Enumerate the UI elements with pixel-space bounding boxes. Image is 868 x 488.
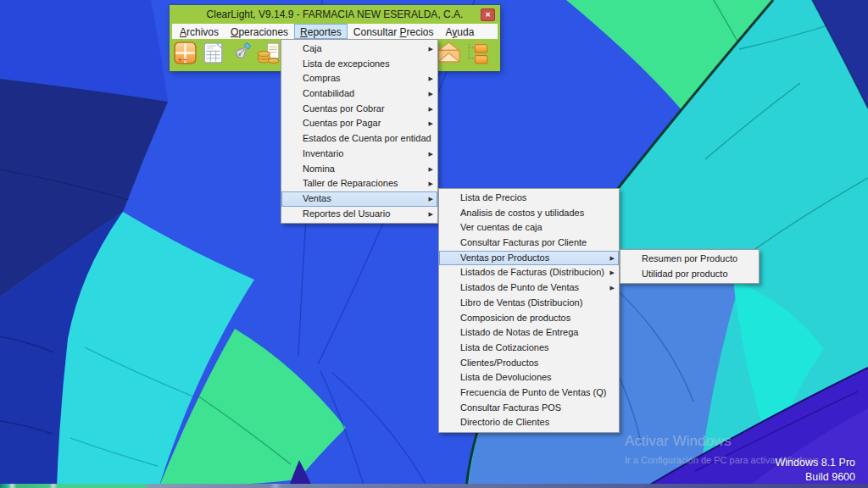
ventas-submenu-item-directorio-de-clientes[interactable]: Directorio de Clientes bbox=[439, 415, 619, 430]
menu-item-label: Reportes del Usuario bbox=[303, 208, 390, 219]
ventas-submenu-item-libro-de-ventas-distribucion[interactable]: Libro de Ventas (Distribucion) bbox=[439, 296, 619, 311]
reportes-menu-item-estados-de-cuenta-por-entidad[interactable]: Estados de Cuenta por entidad bbox=[281, 131, 437, 147]
window-title: ClearLight, V9.14.9 - FARMACIA NEW ESERA… bbox=[170, 5, 500, 20]
submenu-arrow-icon: ▶ bbox=[429, 116, 433, 131]
reportes-menu-item-lista-de-excepciones[interactable]: Lista de excepciones bbox=[281, 57, 437, 72]
submenu-arrow-icon: ▶ bbox=[429, 191, 433, 207]
menubar-item-label: Consultar bbox=[353, 26, 400, 38]
reportes-menu-item-caja[interactable]: Caja▶ bbox=[281, 42, 437, 57]
submenu-arrow-icon: ▶ bbox=[429, 102, 433, 117]
reportes-menu-item-inventario[interactable]: Inventario▶ bbox=[281, 147, 437, 162]
menubar-item-consultar-precios[interactable]: Consultar Precios bbox=[348, 24, 440, 39]
menu-item-label: Taller de Reparaciones bbox=[303, 178, 398, 188]
ventas-submenu-item-analisis-de-costos-y-utilidades[interactable]: Analisis de costos y utilidades bbox=[439, 206, 619, 221]
reportes-menu-item-compras[interactable]: Compras▶ bbox=[281, 71, 437, 86]
ventas-submenu-item-lista-de-cotizaciones[interactable]: Lista de Cotizaciones bbox=[439, 341, 619, 356]
titlebar[interactable]: ClearLight, V9.14.9 - FARMACIA NEW ESERA… bbox=[170, 5, 500, 24]
ventas-submenu-item-clientes-productos[interactable]: Clientes/Productos bbox=[439, 356, 619, 371]
reportes-menu-item-ventas[interactable]: Ventas▶ bbox=[281, 191, 437, 207]
menubar-item-label: recios bbox=[407, 26, 434, 38]
menubar-item-operaciones[interactable]: Operaciones bbox=[225, 24, 294, 39]
menu-item-label: Directorio de Clientes bbox=[460, 417, 549, 427]
reportes-menu-item-contabilidad[interactable]: Contabilidad▶ bbox=[281, 86, 437, 102]
submenu-arrow-icon: ▶ bbox=[610, 280, 615, 296]
menu-item-label: Libro de Ventas (Distribucion) bbox=[460, 297, 582, 308]
menubar-item-label: A bbox=[180, 26, 186, 38]
menu-item-label: Estados de Cuenta por entidad bbox=[303, 133, 431, 143]
reportes-menu-item-cuentas-por-cobrar[interactable]: Cuentas por Cobrar▶ bbox=[281, 102, 437, 117]
modules-grid-icon[interactable]: ++ bbox=[173, 41, 198, 66]
submenu-arrow-icon: ▶ bbox=[429, 42, 433, 57]
menu-item-label: Lista de Cotizaciones bbox=[460, 342, 549, 352]
ventas-submenu-item-lista-de-devoluciones[interactable]: Lista de Devoluciones bbox=[439, 370, 619, 385]
submenu-arrow-icon: ▶ bbox=[429, 207, 433, 222]
menu-item-label: Listados de Facturas (Distribucion) bbox=[460, 267, 604, 277]
mail-icon[interactable] bbox=[437, 41, 462, 66]
reportes-menu: Caja▶Lista de excepcionesCompras▶Contabi… bbox=[281, 39, 438, 224]
menu-item-label: Utilidad por producto bbox=[642, 269, 728, 279]
menu-item-label: Contabilidad bbox=[303, 88, 354, 98]
ventas-submenu-item-listado-de-notas-de-entrega[interactable]: Listado de Notas de Entrega bbox=[439, 325, 619, 341]
menubar-item-ayuda[interactable]: Ayuda bbox=[440, 24, 481, 39]
menu-item-label: Nomina bbox=[303, 164, 335, 174]
spreadsheet-icon[interactable] bbox=[201, 41, 226, 66]
ventas-submenu-item-frecuencia-de-punto-de-ventas-q[interactable]: Frecuencia de Punto de Ventas (Q) bbox=[439, 385, 619, 401]
submenu-arrow-icon: ▶ bbox=[610, 251, 615, 266]
menu-item-label: Lista de excepciones bbox=[303, 58, 390, 69]
activation-title: Activar Windows bbox=[625, 433, 821, 450]
ventas-submenu-item-consultar-facturas-por-cliente[interactable]: Consultar Facturas por Cliente bbox=[439, 236, 619, 251]
coins-report-icon[interactable] bbox=[257, 41, 282, 66]
menu-item-label: Lista de Devoluciones bbox=[460, 372, 552, 382]
menu-item-label: Frecuencia de Punto de Ventas (Q) bbox=[460, 387, 606, 397]
submenu-arrow-icon: ▶ bbox=[429, 162, 433, 177]
menu-item-label: Ventas bbox=[303, 193, 331, 203]
menu-item-label: Caja bbox=[303, 43, 322, 53]
reportes-menu-item-reportes-del-usuario[interactable]: Reportes del Usuario▶ bbox=[281, 207, 437, 222]
menu-item-label: Clientes/Productos bbox=[460, 358, 538, 368]
ventas-submenu-item-consultar-facturas-pos[interactable]: Consultar Facturas POS bbox=[439, 401, 619, 416]
ventas-submenu-item-ventas-por-productos[interactable]: Ventas por Productos▶ bbox=[439, 251, 619, 266]
taskbar-edge-strip bbox=[0, 484, 868, 488]
menubar-item-label: peraciones bbox=[238, 26, 288, 38]
menubar-item-label: O bbox=[231, 26, 238, 38]
menubar-item-archivos[interactable]: Archivos bbox=[174, 24, 225, 39]
ventas-submenu-item-ver-cuentas-de-caja[interactable]: Ver cuentas de caja bbox=[439, 220, 619, 236]
menu-item-label: Compras bbox=[303, 73, 341, 83]
menubar-item-label: eportes bbox=[308, 26, 342, 38]
reportes-menu-item-taller-de-reparaciones[interactable]: Taller de Reparaciones▶ bbox=[281, 176, 437, 191]
pen-icon[interactable] bbox=[229, 41, 254, 66]
reportes-menu-item-nomina[interactable]: Nomina▶ bbox=[281, 162, 437, 177]
ventas-por-productos-submenu-item-utilidad-por-producto[interactable]: Utilidad por producto bbox=[620, 267, 759, 282]
menubar-item-reportes[interactable]: Reportes bbox=[294, 24, 348, 39]
windows-version-label: Windows 8.1 Pro Build 9600 bbox=[776, 456, 855, 484]
close-button[interactable]: ✕ bbox=[481, 8, 495, 21]
submenu-arrow-icon: ▶ bbox=[429, 176, 433, 191]
menu-item-label: Composicion de productos bbox=[460, 313, 570, 323]
ventas-submenu-item-composicion-de-productos[interactable]: Composicion de productos bbox=[439, 311, 619, 326]
ventas-por-productos-submenu-item-resumen-por-producto[interactable]: Resumen por Producto bbox=[620, 252, 759, 267]
desktop: Activar Windows Ir a Configuración de PC… bbox=[0, 0, 868, 488]
submenu-arrow-icon: ▶ bbox=[429, 71, 433, 86]
menu-item-label: Inventario bbox=[303, 148, 343, 158]
menu-item-label: Cuentas por Pagar bbox=[303, 118, 381, 128]
ventas-submenu-item-lista-de-precios[interactable]: Lista de Precios bbox=[439, 191, 619, 206]
menubar-item-label: uda bbox=[457, 26, 474, 38]
reportes-menu-item-cuentas-por-pagar[interactable]: Cuentas por Pagar▶ bbox=[281, 116, 437, 131]
ventas-submenu: Lista de PreciosAnalisis de costos y uti… bbox=[438, 188, 620, 433]
menubar: ArchivosOperacionesReportesConsultar Pre… bbox=[172, 24, 498, 39]
menu-item-label: Consultar Facturas POS bbox=[460, 402, 561, 413]
menu-item-label: Consultar Facturas por Cliente bbox=[460, 237, 587, 247]
menu-item-label: Analisis de costos y utilidades bbox=[460, 208, 584, 218]
submenu-arrow-icon: ▶ bbox=[610, 265, 615, 280]
menubar-item-label: R bbox=[300, 26, 308, 38]
submenu-arrow-icon: ▶ bbox=[429, 147, 433, 162]
windows-build: Build 9600 bbox=[776, 470, 855, 485]
folder-tree-icon[interactable] bbox=[465, 41, 491, 66]
menu-item-label: Ver cuentas de caja bbox=[460, 222, 542, 232]
menu-item-label: Cuentas por Cobrar bbox=[303, 103, 385, 114]
ventas-submenu-item-listados-de-facturas-distribucion[interactable]: Listados de Facturas (Distribucion)▶ bbox=[439, 265, 619, 280]
svg-text:++: ++ bbox=[177, 56, 187, 64]
ventas-submenu-item-listados-de-punto-de-ventas[interactable]: Listados de Punto de Ventas▶ bbox=[439, 280, 619, 296]
menu-item-label: Lista de Precios bbox=[460, 192, 526, 202]
menubar-item-label: P bbox=[400, 26, 407, 38]
